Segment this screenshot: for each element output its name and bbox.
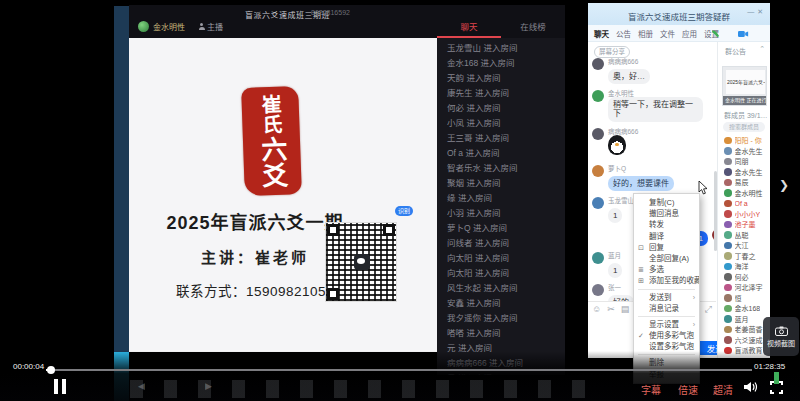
video-call-icon[interactable] xyxy=(738,30,749,38)
qq-tab[interactable]: 聊天 xyxy=(594,28,609,39)
room-entry[interactable]: 康先生 进入房间 xyxy=(437,86,565,101)
room-entry[interactable]: 聚烟 进入房间 xyxy=(437,176,565,191)
message-bubble[interactable]: 1 xyxy=(608,208,622,223)
member-row[interactable]: 池子墨 xyxy=(718,219,770,230)
message-bubble[interactable]: 奥，好… xyxy=(608,69,650,84)
qq-titlebar[interactable]: 盲派六爻速成班三期答疑群 —✕ xyxy=(588,3,770,25)
room-entry[interactable]: 何必 进入房间 xyxy=(437,101,565,116)
room-entry[interactable]: 风生水起 进入房间 xyxy=(437,281,565,296)
host-avatar[interactable] xyxy=(138,21,149,32)
message-bubble[interactable]: 1 xyxy=(608,263,622,278)
member-row[interactable]: 同朋 xyxy=(718,156,770,167)
avatar[interactable] xyxy=(592,58,604,70)
context-menu-item[interactable] xyxy=(638,316,695,317)
member-row[interactable]: 丛聪 xyxy=(718,230,770,241)
room-entry[interactable]: 嗒嗒 进入房间 xyxy=(437,326,565,341)
seek-bar[interactable] xyxy=(46,369,752,371)
room-entry[interactable]: 智者乐水 进入房间 xyxy=(437,161,565,176)
voice-call-icon[interactable] xyxy=(710,30,721,38)
room-entry[interactable]: Of a 进入房间 xyxy=(437,146,565,161)
message-bubble[interactable]: 好的，想要课件 xyxy=(608,176,674,191)
member-row[interactable]: 阳阳 - 你 xyxy=(718,135,770,146)
context-menu-item[interactable]: 显示设置› xyxy=(634,319,699,330)
room-entry[interactable]: 安鑫 进入房间 xyxy=(437,296,565,311)
chat-message[interactable]: 病病病666 奥，好… xyxy=(592,56,726,84)
subtitle-button[interactable]: 字幕 xyxy=(641,382,661,397)
member-row[interactable]: 金水先生 xyxy=(718,146,770,157)
speed-button[interactable]: 倍速 xyxy=(678,382,698,397)
chevron-right-icon[interactable]: ❯ xyxy=(779,178,789,192)
member-row[interactable]: 金水先生 xyxy=(718,167,770,178)
context-menu-item[interactable]: ⊡回复 xyxy=(634,242,699,253)
context-menu-item[interactable]: 复制(C) xyxy=(634,197,699,208)
context-menu-item[interactable] xyxy=(638,289,695,290)
member-row[interactable]: 恒 xyxy=(718,293,770,304)
room-entry[interactable]: 金水168 进入房间 xyxy=(437,56,565,71)
member-row[interactable]: 金水明性 xyxy=(718,188,770,199)
seek-knob[interactable] xyxy=(47,366,55,374)
room-entry[interactable]: 向太阳 进入房间 xyxy=(437,251,565,266)
qq-tab[interactable]: 应用 xyxy=(682,28,697,39)
member-search-input[interactable]: 搜索群成员 xyxy=(723,122,765,132)
room-entry[interactable]: 向太阳 进入房间 xyxy=(437,266,565,281)
qq-tab[interactable]: 文件 xyxy=(660,28,675,39)
member-row[interactable]: 丁春之 xyxy=(718,251,770,262)
tab-chat[interactable]: 聊天 xyxy=(437,19,501,38)
expand-icon[interactable]: ⤢ xyxy=(705,304,712,315)
room-entry-feed[interactable]: 玉龙雪山 进入房间 金水168 进入房间 天韵 进入房间 康先生 进入房间 何必… xyxy=(437,38,565,375)
fullscreen-button[interactable] xyxy=(770,381,783,394)
screen-share-preview[interactable]: 2025年盲派六爻一期 金水明性 正在进行屏幕分享 xyxy=(722,66,767,106)
room-entry[interactable]: 王三哥 进入房间 xyxy=(437,131,565,146)
room-entry[interactable]: 我夕遥你 进入房间 xyxy=(437,311,565,326)
context-menu-item[interactable]: 转发 xyxy=(634,219,699,230)
member-row[interactable]: 易辰 xyxy=(718,177,770,188)
context-menu-item[interactable]: 翻译 xyxy=(634,231,699,242)
member-name: 何必 xyxy=(735,272,749,282)
room-entry[interactable]: 玉龙雪山 进入房间 xyxy=(437,41,565,56)
video-screenshot-button[interactable]: 视频截图 xyxy=(763,317,799,356)
qq-tab[interactable]: 公告 xyxy=(616,28,631,39)
pause-button[interactable] xyxy=(54,379,70,394)
avatar[interactable] xyxy=(592,128,604,140)
message-bubble[interactable]: 稍等一下，我在调整一下 xyxy=(608,97,703,121)
submenu-arrow-icon: › xyxy=(693,319,695,330)
room-entry[interactable]: 小凤 进入房间 xyxy=(437,116,565,131)
member-row[interactable]: Of a xyxy=(718,198,770,209)
collapse-caret-icon[interactable]: ⌃ xyxy=(759,45,765,53)
file-icon[interactable]: ▤ xyxy=(621,304,630,314)
qq-tab[interactable]: 相册 xyxy=(638,28,653,39)
avatar[interactable] xyxy=(592,197,604,209)
member-row[interactable]: 海洋 xyxy=(718,261,770,272)
context-menu-item[interactable]: 全部回复(A) xyxy=(634,253,699,264)
avatar[interactable] xyxy=(592,165,604,177)
member-row[interactable]: 何必 xyxy=(718,272,770,283)
avatar[interactable] xyxy=(592,90,604,102)
avatar[interactable] xyxy=(592,284,604,296)
room-entry[interactable]: 天韵 进入房间 xyxy=(437,71,565,86)
room-entry[interactable]: 缘 进入房间 xyxy=(437,191,565,206)
quality-button[interactable]: 超清 xyxy=(713,382,733,397)
chat-message[interactable]: 金水明性 稍等一下，我在调整一下 xyxy=(592,88,726,121)
context-menu-item[interactable]: 消息记录 xyxy=(634,303,699,314)
screenshot-scissors-icon[interactable]: ✂ xyxy=(607,304,615,314)
room-entry[interactable]: 萝卜Q 进入房间 xyxy=(437,221,565,236)
member-row[interactable]: 河北泽宇 xyxy=(718,282,770,293)
volume-icon[interactable] xyxy=(744,381,758,393)
member-row[interactable]: 大江 xyxy=(718,240,770,251)
context-menu-item[interactable]: ✓使用多彩气泡 xyxy=(634,330,699,341)
room-entry[interactable]: 问线者 进入房间 xyxy=(437,236,565,251)
group-announcement-label[interactable]: 群公告 xyxy=(725,46,746,56)
member-row[interactable]: 小小小Y xyxy=(718,209,770,220)
member-name: 小小小Y xyxy=(735,209,761,219)
chat-message[interactable]: 病病病666 xyxy=(592,126,726,159)
emoji-icon[interactable]: ☺ xyxy=(592,304,601,314)
tab-online[interactable]: 在线榜 xyxy=(501,19,565,38)
message-bubble[interactable] xyxy=(608,135,626,155)
room-entry[interactable]: 小羽 进入房间 xyxy=(437,206,565,221)
context-menu-item[interactable]: 撤回消息 xyxy=(634,208,699,219)
member-row[interactable]: 金水168 xyxy=(718,303,770,314)
context-menu-item[interactable]: ≣多选 xyxy=(634,264,699,275)
avatar[interactable] xyxy=(592,252,604,264)
context-menu-item[interactable]: ⊞添加至我的收藏 xyxy=(634,275,699,286)
context-menu-item[interactable]: 发送到› xyxy=(634,292,699,303)
